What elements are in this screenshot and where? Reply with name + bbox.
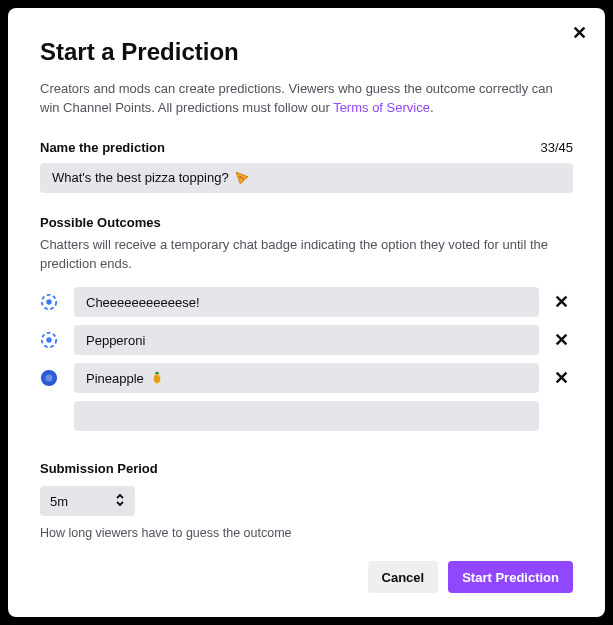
outcomes-desc: Chatters will receive a temporary chat b… (40, 236, 573, 274)
outcome-input[interactable] (74, 401, 539, 431)
outcome-badge-empty (40, 407, 58, 425)
desc-suffix: . (430, 100, 434, 115)
svg-point-0 (239, 176, 241, 178)
outcome-row: Pepperoni ✕ (40, 325, 573, 355)
pizza-icon (235, 171, 249, 185)
outcome-text: Pineapple (86, 371, 144, 386)
outcome-badge-icon (40, 293, 58, 311)
outcome-row: Pineapple ✕ (40, 363, 573, 393)
desc-text: Creators and mods can create predictions… (40, 81, 553, 115)
outcome-input[interactable]: Pineapple (74, 363, 539, 393)
period-value: 5m (50, 494, 68, 509)
period-select[interactable]: 5m (40, 486, 135, 516)
select-stepper-icon (115, 493, 125, 509)
svg-point-7 (45, 375, 52, 382)
remove-outcome-icon[interactable]: ✕ (549, 329, 573, 351)
remove-outcome-icon[interactable]: ✕ (549, 291, 573, 313)
modal-title: Start a Prediction (40, 38, 573, 66)
start-prediction-button[interactable]: Start Prediction (448, 561, 573, 593)
char-counter: 33/45 (540, 140, 573, 155)
period-label: Submission Period (40, 461, 573, 476)
outcome-input[interactable]: Pepperoni (74, 325, 539, 355)
outcome-row (40, 401, 573, 431)
outcome-input[interactable]: Cheeeeeeeeeeese! (74, 287, 539, 317)
close-icon[interactable]: ✕ (572, 22, 587, 44)
svg-point-5 (46, 338, 51, 343)
prediction-modal: ✕ Start a Prediction Creators and mods c… (8, 8, 605, 617)
outcome-row: Cheeeeeeeeeeese! ✕ (40, 287, 573, 317)
outcome-text: Pepperoni (86, 333, 145, 348)
outcome-text: Cheeeeeeeeeeese! (86, 295, 200, 310)
modal-footer: Cancel Start Prediction (40, 561, 573, 593)
period-helper: How long viewers have to guess the outco… (40, 526, 573, 540)
prediction-name-input[interactable]: What's the best pizza topping? (40, 163, 573, 193)
outcome-badge-icon (40, 331, 58, 349)
name-label: Name the prediction (40, 140, 165, 155)
cancel-button[interactable]: Cancel (368, 561, 439, 593)
pineapple-icon (150, 370, 164, 387)
svg-point-3 (46, 300, 51, 305)
remove-outcome-icon[interactable]: ✕ (549, 367, 573, 389)
svg-point-1 (241, 177, 243, 179)
terms-link[interactable]: Terms of Service (333, 100, 430, 115)
outcomes-label: Possible Outcomes (40, 215, 573, 230)
modal-description: Creators and mods can create predictions… (40, 80, 573, 118)
name-input-text: What's the best pizza topping? (52, 170, 229, 185)
outcome-badge-icon (40, 369, 58, 387)
